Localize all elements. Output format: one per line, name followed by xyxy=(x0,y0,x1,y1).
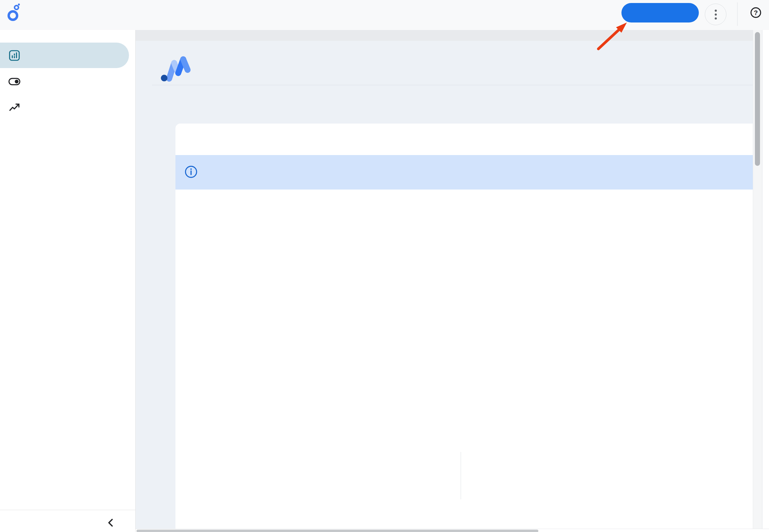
report-container-band xyxy=(136,30,753,41)
looker-studio-screen: ? xyxy=(0,0,769,532)
edit-and-share-button[interactable] xyxy=(621,3,699,22)
kebab-menu-icon xyxy=(715,10,717,12)
sidebar-item-plan[interactable] xyxy=(0,73,129,91)
looker-studio-logo-icon xyxy=(6,3,22,24)
chevron-left-icon xyxy=(106,518,116,528)
sidebar-item-analyze[interactable] xyxy=(0,43,129,68)
table-empty-area xyxy=(194,452,461,499)
report-page xyxy=(136,41,753,529)
horizontal-scrollbar[interactable] xyxy=(136,529,769,532)
trending-up-icon xyxy=(8,101,20,113)
horizontal-scrollbar-thumb[interactable] xyxy=(136,530,538,532)
topbar-divider xyxy=(737,2,738,26)
help-icon: ? xyxy=(750,7,762,19)
info-icon xyxy=(184,165,198,180)
vertical-scrollbar[interactable] xyxy=(753,30,762,532)
kebab-menu-icon xyxy=(715,17,717,19)
vertical-scrollbar-thumb[interactable] xyxy=(755,32,760,166)
collapse-sidebar-button[interactable] xyxy=(104,516,118,530)
bar-chart-icon xyxy=(8,49,20,61)
model-fit-card xyxy=(175,124,753,529)
header-divider xyxy=(152,85,753,85)
right-gutter xyxy=(762,30,769,532)
toggle-icon xyxy=(8,76,20,88)
sidebar-divider xyxy=(0,510,136,510)
svg-text:?: ? xyxy=(754,9,758,16)
more-options-button[interactable] xyxy=(705,4,726,25)
help-button[interactable]: ? xyxy=(750,7,762,19)
meridian-logo-icon xyxy=(158,54,194,85)
model-fit-table xyxy=(194,452,459,499)
info-banner xyxy=(175,155,753,190)
sidebar-item-optimize[interactable] xyxy=(0,98,129,116)
expected-vs-actual-chart xyxy=(193,231,753,441)
topbar: ? xyxy=(0,0,769,30)
kebab-menu-icon xyxy=(715,13,717,16)
sidebar xyxy=(0,30,136,532)
